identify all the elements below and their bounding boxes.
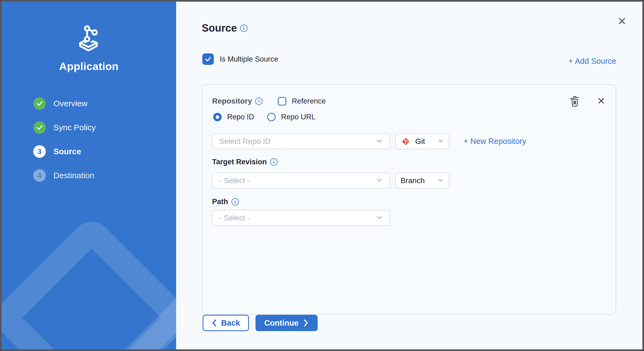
repo-id-select[interactable]: Select Repo ID [212,133,390,149]
repo-select-row: Select Repo ID [212,133,526,149]
chevron-down-icon [376,137,383,146]
back-button-label: Back [221,319,240,328]
check-icon [33,121,46,134]
repo-url-radio[interactable] [267,113,276,121]
repo-mode-radios: Repo ID Repo URL [213,113,329,121]
step-label: Source [53,147,81,156]
wizard-sidebar: Application Overview Sync Policy 3 Sourc… [2,2,176,349]
add-source-link[interactable]: + Add Source [568,57,616,66]
application-box-branch-icon [2,25,176,52]
chevron-down-icon [376,214,383,222]
trash-icon[interactable] [569,95,580,107]
card-header: Repository i Reference [212,95,605,107]
chevron-down-icon [437,138,444,145]
close-icon[interactable]: ✕ [617,16,627,27]
repo-id-radio[interactable] [213,113,222,121]
provider-select[interactable]: Git [395,133,449,149]
page-title-row: Source i [202,22,248,34]
card-actions: ✕ [569,95,605,107]
provider-value: Git [415,137,425,146]
continue-button[interactable]: Continue [255,315,318,331]
step-number-badge: 3 [33,145,46,158]
target-revision-select[interactable]: - Select - [212,173,390,189]
target-revision-placeholder: - Select - [219,176,250,185]
info-icon[interactable]: i [255,98,263,105]
info-icon[interactable]: i [231,198,239,205]
reference-checkbox[interactable] [278,97,286,105]
path-placeholder: - Select - [219,214,250,222]
reference-row: Reference [278,97,326,105]
new-repository-link[interactable]: + New Repository [464,137,526,146]
target-revision-label: Target Revision [212,158,267,166]
step-source[interactable]: 3 Source [33,145,96,158]
step-label: Destination [53,171,94,180]
step-label: Overview [53,99,88,108]
wizard-steps: Overview Sync Policy 3 Source 4 Destinat… [33,97,96,193]
source-card: Repository i Reference [202,84,616,314]
application-modal: Application Overview Sync Policy 3 Sourc… [0,0,644,351]
repository-label: Repository [212,97,252,105]
chevron-down-icon [437,177,444,184]
info-icon[interactable]: i [270,158,278,166]
check-icon [33,97,46,110]
git-icon [401,136,411,147]
step-sync-policy[interactable]: Sync Policy [33,121,96,134]
path-label-row: Path i [212,198,239,206]
step-number-badge: 4 [33,169,46,182]
repo-id-placeholder: Select Repo ID [219,137,270,146]
revision-type-value: Branch [401,176,425,185]
source-step-panel: Source i ✕ Is Multiple Source + Add Sour… [176,2,642,349]
wizard-footer: Back Continue [203,315,318,331]
revision-type-select[interactable]: Branch [395,173,449,189]
step-overview[interactable]: Overview [33,97,96,110]
path-row: - Select - [212,210,390,226]
info-icon[interactable]: i [240,25,248,32]
continue-button-label: Continue [264,319,299,328]
remove-source-icon[interactable]: ✕ [597,96,605,106]
is-multiple-source-label: Is Multiple Source [220,55,278,63]
page-title: Source [202,22,237,34]
path-select[interactable]: - Select - [212,210,390,226]
sidebar-title: Application [2,60,176,72]
is-multiple-source-row: Is Multiple Source [202,53,278,65]
path-label: Path [212,198,228,206]
step-label: Sync Policy [53,123,96,132]
target-revision-label-row: Target Revision i [212,158,278,166]
back-button[interactable]: Back [203,315,249,331]
repo-id-label: Repo ID [227,113,254,121]
chevron-down-icon [376,177,383,185]
is-multiple-source-checkbox[interactable] [202,53,214,65]
repo-url-label: Repo URL [281,113,315,121]
reference-label: Reference [292,97,326,105]
target-revision-row: - Select - Branch [212,173,449,189]
step-destination[interactable]: 4 Destination [33,169,96,182]
